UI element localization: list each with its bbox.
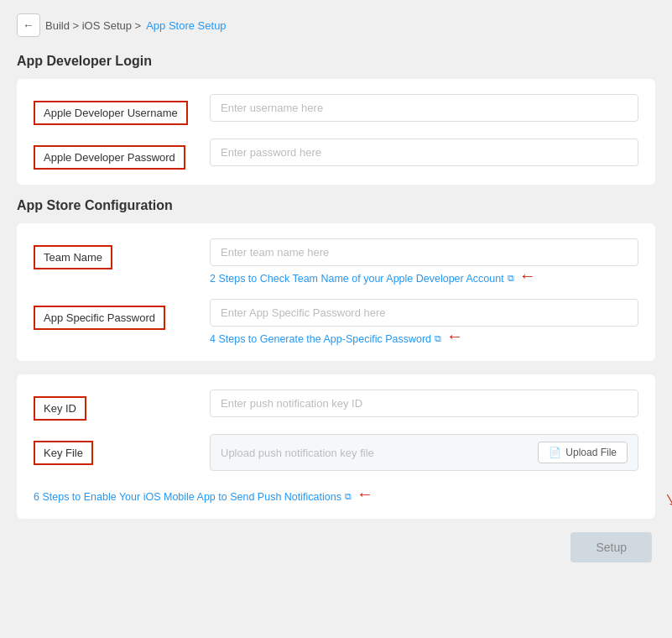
app-specific-password-help-text: 4 Steps to Generate the App-Specific Pas…: [210, 333, 431, 345]
team-name-input[interactable]: [210, 238, 638, 266]
config-card: Team Name 2 Steps to Check Team Name of …: [17, 223, 655, 361]
back-button[interactable]: ←: [17, 13, 40, 37]
setup-button[interactable]: Setup: [570, 532, 652, 562]
key-file-row: Key File Upload push notification key fi…: [34, 434, 638, 471]
password-row: Apple Developer Password: [34, 139, 638, 170]
back-icon: ←: [23, 18, 34, 32]
push-card: Key ID Key File Upload push notification…: [17, 374, 655, 519]
username-input[interactable]: [210, 94, 638, 122]
push-help-text: 6 Steps to Enable Your iOS Mobile App to…: [34, 491, 341, 503]
username-label: Apple Developer Username: [34, 101, 188, 125]
key-id-input[interactable]: [210, 390, 638, 417]
push-help-link[interactable]: 6 Steps to Enable Your iOS Mobile App to…: [34, 491, 352, 503]
team-external-link-icon: ⧉: [508, 273, 514, 284]
app-specific-password-help-link[interactable]: 4 Steps to Generate the App-Specific Pas…: [210, 333, 441, 345]
setup-arrow-annotation: ↓: [659, 485, 672, 513]
team-arrow-annotation: ←: [519, 266, 536, 285]
team-name-help-link[interactable]: 2 Steps to Check Team Name of your Apple…: [210, 273, 514, 285]
upload-file-button[interactable]: 📄 Upload File: [538, 442, 628, 463]
app-specific-password-label: App Specific Password: [34, 306, 165, 330]
breadcrumb: ← Build > iOS Setup > App Store Setup: [17, 13, 655, 37]
team-name-label: Team Name: [34, 245, 112, 269]
app-specific-password-input[interactable]: [210, 299, 638, 327]
team-name-help-text: 2 Steps to Check Team Name of your Apple…: [210, 273, 504, 285]
team-name-row: Team Name 2 Steps to Check Team Name of …: [34, 238, 638, 285]
key-file-placeholder: Upload push notification key file: [221, 447, 374, 459]
breadcrumb-current: App Store Setup: [146, 19, 226, 32]
upload-btn-label: Upload File: [565, 447, 617, 458]
push-external-link-icon: ⧉: [345, 491, 352, 502]
password-external-link-icon: ⧉: [435, 333, 441, 344]
breadcrumb-prefix: Build > iOS Setup >: [45, 19, 141, 32]
login-card: Apple Developer Username Apple Developer…: [17, 79, 655, 185]
upload-icon: 📄: [549, 447, 561, 458]
password-arrow-annotation: ←: [446, 327, 463, 346]
login-section-heading: App Developer Login: [17, 54, 655, 69]
push-arrow-annotation: ←: [357, 484, 373, 504]
key-file-label: Key File: [34, 441, 93, 465]
key-file-input-area: Upload push notification key file 📄 Uplo…: [210, 434, 638, 471]
password-label: Apple Developer Password: [34, 145, 185, 170]
username-row: Apple Developer Username: [34, 94, 638, 125]
app-specific-password-row: App Specific Password 4 Steps to Generat…: [34, 299, 638, 346]
password-input[interactable]: [210, 139, 638, 166]
key-id-label: Key ID: [34, 396, 86, 421]
key-id-row: Key ID: [34, 390, 638, 421]
footer-row: Setup ↓: [17, 532, 655, 562]
push-help-row: 6 Steps to Enable Your iOS Mobile App to…: [34, 484, 638, 504]
config-section-heading: App Store Configuration: [17, 198, 655, 213]
